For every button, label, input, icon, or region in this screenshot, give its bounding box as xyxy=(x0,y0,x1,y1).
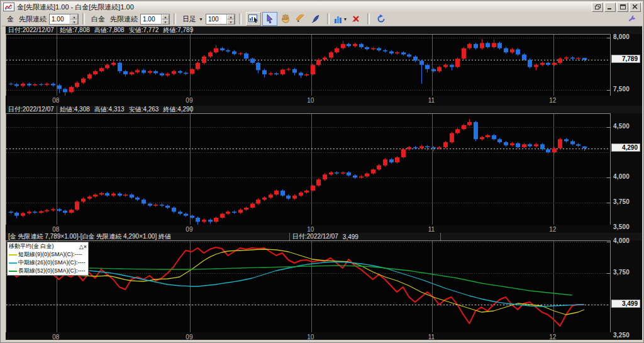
candle xyxy=(135,70,140,72)
candle xyxy=(256,200,260,203)
candle xyxy=(118,194,122,196)
candle xyxy=(14,213,19,216)
candle xyxy=(69,87,74,92)
select-cursor-button[interactable] xyxy=(262,12,277,26)
ma-legend[interactable]: 移動平均(金 白金) △× 短期線(9)(0)(SMA)(C):----中期線(… xyxy=(7,242,89,276)
reload-button[interactable] xyxy=(374,13,388,25)
spin-down-icon: ▼ xyxy=(227,20,235,25)
symbol1-multiplier-spinner[interactable]: 1.00 ▲▼ xyxy=(49,14,79,25)
y-axis-label: 4,000 xyxy=(613,237,630,244)
close-button[interactable] xyxy=(630,3,641,12)
candle xyxy=(504,48,508,53)
delete-indicator-button[interactable] xyxy=(349,13,363,25)
candle xyxy=(123,194,128,196)
candle xyxy=(365,174,369,177)
candle xyxy=(269,74,273,75)
candle xyxy=(81,199,86,202)
gold-candle-plot[interactable] xyxy=(6,34,611,97)
candle xyxy=(45,210,49,211)
draw-pencil-button[interactable] xyxy=(294,13,308,25)
candle xyxy=(172,208,176,211)
chart-frame-icon xyxy=(248,14,258,23)
legend-close-icon[interactable]: × xyxy=(84,244,87,250)
legend-entry-label: 中期線(26)(0)(SMA)(C):---- xyxy=(18,259,85,267)
candle xyxy=(528,60,532,67)
candle xyxy=(196,218,200,222)
candle xyxy=(93,194,97,196)
chart-type-button[interactable]: ▼ xyxy=(334,13,348,25)
candle xyxy=(534,65,538,67)
candle xyxy=(540,144,545,149)
candle xyxy=(359,44,364,47)
candle xyxy=(546,63,550,65)
period-dropdown[interactable]: 日足▼ xyxy=(182,14,203,24)
candle xyxy=(480,43,484,48)
pan-hand-button[interactable] xyxy=(279,13,292,25)
candle xyxy=(75,201,79,210)
title-bar[interactable]: 金[先限連続]1.00 - 白金[先限連続]1.00 xyxy=(2,2,642,12)
candle xyxy=(576,58,580,59)
x-axis-label: 09 xyxy=(183,97,196,104)
maximize-button[interactable] xyxy=(617,3,628,12)
candle xyxy=(516,49,520,54)
legend-swatch-icon xyxy=(9,271,17,272)
candle xyxy=(9,84,13,84)
legend-entry-label: 短期線(9)(0)(SMA)(C):---- xyxy=(18,250,82,259)
bar-count-spinner[interactable]: 100 ▲▼ xyxy=(206,14,235,25)
x-axis-label: 11 xyxy=(425,97,438,104)
candle xyxy=(214,48,218,53)
candle xyxy=(353,176,357,177)
candle xyxy=(202,220,206,222)
candle xyxy=(135,198,140,200)
candle xyxy=(184,214,188,216)
candle xyxy=(142,70,146,73)
candle xyxy=(329,52,333,57)
candle xyxy=(286,69,291,70)
panel-platinum: 日付:2022/12/07 始値:4,308高値:4,313安値:4,263終値… xyxy=(6,106,642,233)
candle xyxy=(208,220,213,222)
candle xyxy=(232,211,236,213)
candle xyxy=(443,65,448,67)
quill-icon xyxy=(311,14,320,23)
symbol2-label: 白金 xyxy=(91,14,105,24)
candle xyxy=(172,71,176,74)
x-axis-label: 08 xyxy=(50,97,62,104)
candle xyxy=(130,72,134,74)
y-axis-label: 4,500 xyxy=(613,123,630,130)
draw-line-button[interactable] xyxy=(309,13,323,25)
spread-line xyxy=(11,247,584,326)
restore-button[interactable] xyxy=(592,3,603,12)
toolbar: 金 先限連続 1.00 ▲▼ 白金 先限連続 1.00 ▲▼ 日足▼ 100 ▲… xyxy=(2,12,642,26)
candle xyxy=(142,200,146,203)
candle xyxy=(401,149,406,157)
minimize-button[interactable] xyxy=(604,3,616,12)
candle xyxy=(214,218,218,222)
candle xyxy=(57,86,62,89)
candle xyxy=(455,129,460,133)
candle xyxy=(516,143,520,147)
x-axis-label: 10 xyxy=(304,97,317,104)
candle xyxy=(480,137,484,139)
candle xyxy=(486,43,490,47)
spread-line-plot[interactable] xyxy=(6,240,611,334)
app-window: 金[先限連続]1.00 - 白金[先限連続]1.00 金 先限連続 1.00 ▲… xyxy=(0,0,644,343)
candle xyxy=(123,71,128,74)
legend-collapse-icon[interactable]: △ xyxy=(79,244,84,250)
candle xyxy=(437,67,441,72)
settings-wrench-icon[interactable] xyxy=(628,15,636,23)
symbol2-multiplier-spinner[interactable]: 1.00 ▲▼ xyxy=(140,14,170,25)
candle xyxy=(377,166,381,169)
candle xyxy=(118,63,122,71)
legend-entry: 長期線(52)(0)(SMA)(C):---- xyxy=(8,267,88,275)
last-price-box: 4,290 xyxy=(611,143,640,152)
last-price-box: 7,789 xyxy=(611,55,640,63)
candle xyxy=(238,210,243,213)
platinum-candle-plot[interactable] xyxy=(6,113,611,226)
symbol2-series-label: 先限連続 xyxy=(110,14,138,24)
y-axis-label: 3,750 xyxy=(613,198,630,205)
chart-mode-button[interactable] xyxy=(246,12,261,26)
chevron-down-icon: ▼ xyxy=(343,17,347,21)
candle xyxy=(69,210,74,213)
candle xyxy=(467,122,472,125)
candle xyxy=(57,209,62,210)
